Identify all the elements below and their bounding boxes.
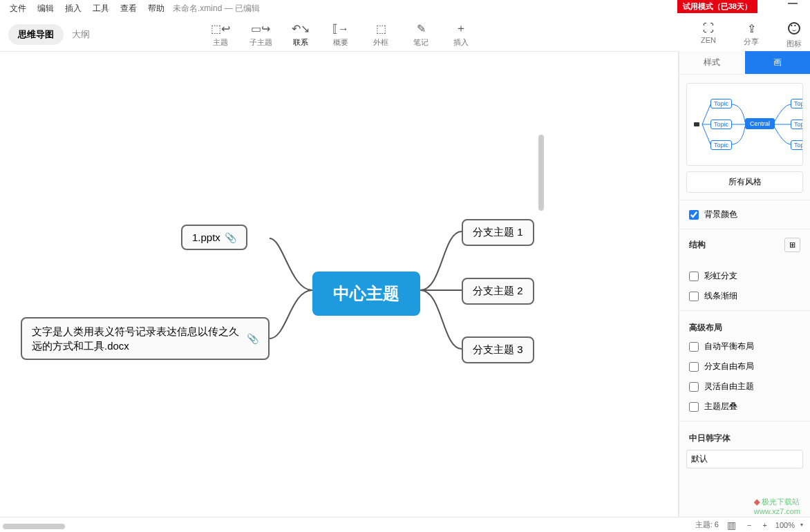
rainbow-checkbox[interactable]: 彩虹分支 (679, 266, 810, 286)
boundary-icon: ⬚ (361, 22, 401, 36)
minimap-icon[interactable]: ▥ (727, 520, 736, 531)
format-panel: 样式 画 Topic Topic Topic Central Topic Top… (679, 51, 810, 517)
branch-left-2[interactable]: 文字是人类用表义符号记录表达信息以传之久远的方式和工具.docx 📎 (21, 317, 270, 360)
all-styles-button[interactable]: 所有风格 (686, 171, 803, 193)
filename: 未命名.xmind — 已编辑 (173, 3, 260, 15)
central-topic[interactable]: 中心主题 (312, 272, 420, 316)
menu-insert[interactable]: 插入 (59, 0, 87, 17)
branch-right-1[interactable]: 分支主题 1 (462, 219, 534, 246)
tool-topic[interactable]: ⬚↩ 主题 (200, 22, 241, 48)
relationship-icon: ↶↘ (281, 22, 321, 36)
menu-edit[interactable]: 编辑 (32, 0, 59, 17)
share-icon: ⇪ (744, 22, 759, 35)
tool-insert[interactable]: ＋ 插入 (441, 22, 481, 48)
adv-layout-heading: 高级布局 (679, 315, 810, 336)
flex-topic-checkbox[interactable]: 灵活自由主题 (679, 377, 810, 397)
branch-right-3[interactable]: 分支主题 3 (462, 336, 534, 363)
thin-lines-checkbox[interactable]: 线条渐细 (679, 286, 810, 306)
tool-note[interactable]: ✎ 笔记 (401, 22, 441, 48)
tool-relationship[interactable]: ↶↘ 联系 (281, 22, 321, 48)
tool-subtopic[interactable]: ▭↪ 子主题 (241, 22, 281, 48)
structure-picker[interactable]: ⊞ (784, 238, 800, 252)
zoom-out-button[interactable]: − (744, 521, 754, 529)
summary-icon: ⟦→ (321, 22, 361, 36)
auto-balance-checkbox[interactable]: 自动平衡布局 (679, 336, 810, 357)
subtopic-icon: ▭↪ (241, 22, 281, 36)
tab-style[interactable]: 样式 (679, 51, 745, 74)
zoom-dropdown-icon[interactable]: ▾ (800, 522, 803, 528)
iconlib-button[interactable]: 图标 (787, 22, 802, 49)
tool-boundary[interactable]: ⬚ 外框 (361, 22, 401, 48)
attachment-icon: 📎 (225, 232, 236, 243)
note-icon: ✎ (401, 22, 441, 36)
menu-view[interactable]: 查看 (115, 0, 142, 17)
tool-summary[interactable]: ⟦→ 概要 (321, 22, 361, 48)
canvas[interactable]: 中心主题 1.pptx 📎 文字是人类用表义符号记录表达信息以传之久远的方式和工… (0, 51, 679, 517)
zen-icon: ⛶ (701, 22, 716, 35)
mode-mindmap[interactable]: 思维导图 (8, 24, 64, 45)
attachment-icon: 📎 (247, 333, 258, 344)
topic-count: 主题: 6 (695, 520, 719, 530)
scrollbar-vertical[interactable] (538, 135, 545, 342)
trial-badge[interactable]: 试用模式（已38天） (677, 0, 757, 13)
topic-stack-checkbox[interactable]: 主题层叠 (679, 397, 810, 417)
insert-icon: ＋ (441, 22, 481, 36)
bg-color-checkbox[interactable]: 背景颜色 (679, 205, 810, 225)
menu-tools[interactable]: 工具 (87, 0, 115, 17)
smiley-icon (787, 22, 802, 37)
toolbar: 思维导图 大纲 ⬚↩ 主题 ▭↪ 子主题 ↶↘ 联系 ⟦→ 概要 ⬚ 外框 ✎ … (0, 18, 810, 51)
zoom-control: − + 100% ▾ (744, 521, 803, 529)
zoom-level[interactable]: 100% (775, 521, 795, 529)
free-branch-checkbox[interactable]: 分支自由布局 (679, 357, 810, 377)
menu-file[interactable]: 文件 (4, 0, 32, 17)
tool-group: ⬚↩ 主题 ▭↪ 子主题 ↶↘ 联系 ⟦→ 概要 ⬚ 外框 ✎ 笔记 ＋ 插入 (200, 22, 481, 48)
structure-row: 结构 ⊞ (679, 234, 810, 256)
minimize-button[interactable] (788, 3, 798, 4)
zoom-in-button[interactable]: + (760, 521, 769, 529)
share-button[interactable]: ⇪ 分享 (744, 22, 759, 47)
mode-outline[interactable]: 大纲 (72, 28, 90, 41)
branch-right-2[interactable]: 分支主题 2 (462, 278, 534, 305)
tab-canvas[interactable]: 画 (745, 51, 811, 74)
cjk-font-heading: 中日韩字体 (679, 426, 810, 447)
menu-bar: 文件 编辑 插入 工具 查看 帮助 未命名.xmind — 已编辑 试用模式（已… (0, 0, 810, 18)
style-preview[interactable]: Topic Topic Topic Central Topic Topic To… (686, 83, 803, 166)
topic-icon: ⬚↩ (200, 22, 241, 36)
toolbar-right: ⛶ ZEN ⇪ 分享 图标 (701, 22, 802, 49)
zen-button[interactable]: ⛶ ZEN (701, 22, 716, 44)
branch-left-1[interactable]: 1.pptx 📎 (181, 225, 247, 250)
font-select[interactable]: 默认 (686, 450, 803, 468)
scrollbar-horizontal[interactable] (3, 524, 182, 531)
menu-help[interactable]: 帮助 (142, 0, 170, 17)
status-bar: 主题: 6 ▥ − + 100% ▾ (0, 517, 810, 532)
